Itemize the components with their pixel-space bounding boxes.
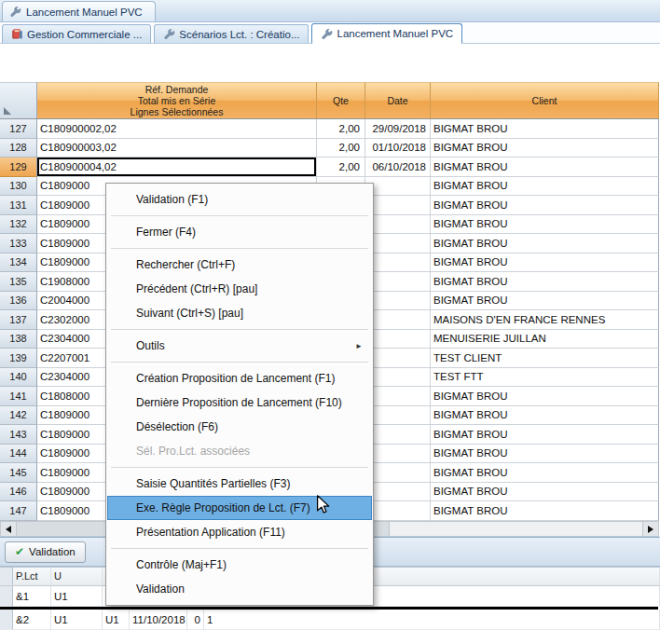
client-cell[interactable]: BIGMAT BROU <box>431 139 659 158</box>
client-cell[interactable]: BIGMAT BROU <box>431 158 659 177</box>
menu-item-saisie-quantites-partielles[interactable]: Saisie Quantités Partielles (F3) <box>107 472 372 496</box>
menu-item-validation[interactable]: Validation <box>107 577 372 601</box>
client-cell[interactable]: BIGMAT BROU <box>431 234 659 253</box>
date-cell[interactable] <box>365 272 431 292</box>
table-row[interactable]: 128 C180900003,02 2,00 01/10/2018 BIGMAT… <box>0 139 659 158</box>
client-cell[interactable]: BIGMAT BROU <box>431 483 659 502</box>
menu-item-presentation-application[interactable]: Présentation Application (F11) <box>107 520 372 544</box>
tab-gestion-commerciale[interactable]: Gestion Commerciale ... <box>2 24 151 43</box>
row-number-cell[interactable]: 131 <box>0 196 37 215</box>
date-cell[interactable] <box>365 406 431 426</box>
client-cell[interactable]: BIGMAT BROU <box>431 119 659 139</box>
date-cell[interactable] <box>365 349 431 368</box>
client-cell[interactable]: BIGMAT BROU <box>431 292 659 311</box>
row-number-cell[interactable]: 136 <box>0 292 37 311</box>
row-number-cell[interactable]: 143 <box>0 425 37 445</box>
client-cell[interactable]: BIGMAT BROU <box>431 387 659 406</box>
client-cell[interactable]: BIGMAT BROU <box>431 177 659 197</box>
table-row[interactable]: 127 C180900002,02 2,00 29/09/2018 BIGMAT… <box>0 119 659 139</box>
scroll-left-button[interactable] <box>1 522 17 536</box>
date-cell[interactable] <box>365 368 431 388</box>
column-header-qte[interactable]: Qte <box>317 82 365 119</box>
date-cell[interactable] <box>365 330 431 349</box>
date-cell[interactable] <box>365 253 431 273</box>
row-number-cell[interactable]: 133 <box>0 234 37 253</box>
menu-item-derniere-proposition[interactable]: Dernière Proposition de Lancement (F10) <box>107 391 372 415</box>
ref-demande-cell[interactable]: C180900003,02 <box>37 139 317 158</box>
row-number-cell[interactable]: 139 <box>0 349 37 368</box>
row-number-cell[interactable]: 138 <box>0 330 37 349</box>
grid-corner-cell[interactable] <box>0 82 37 119</box>
date-cell[interactable]: 29/09/2018 <box>365 119 431 139</box>
client-cell[interactable]: MENUISERIE JUILLAN <box>431 330 659 349</box>
date-cell[interactable] <box>365 483 431 502</box>
tab-scenarios-lct[interactable]: Scénarios Lct. : Créatio... <box>154 24 309 43</box>
client-cell[interactable]: BIGMAT BROU <box>431 501 659 521</box>
date-cell[interactable]: 06/10/2018 <box>365 158 431 177</box>
menu-item-outils[interactable]: Outils ► <box>107 334 372 358</box>
date-cell[interactable] <box>365 292 431 311</box>
menu-item-controle[interactable]: Contrôle (Maj+F1) <box>107 553 372 577</box>
row-number-cell[interactable]: 146 <box>0 483 37 502</box>
row-number-cell[interactable]: 129 <box>0 158 37 177</box>
row-number-cell[interactable]: 135 <box>0 272 37 292</box>
client-cell[interactable]: MAISONS D'EN FRANCE RENNES <box>431 310 659 330</box>
menu-item-fermer[interactable]: Fermer (F4) <box>107 220 372 244</box>
row-number-cell[interactable]: 140 <box>0 368 37 388</box>
date-cell[interactable] <box>365 425 431 445</box>
client-cell[interactable]: BIGMAT BROU <box>431 425 659 445</box>
row-number-cell[interactable]: 145 <box>0 463 37 483</box>
column-header-plct[interactable]: P.Lct <box>13 568 51 585</box>
row-number-cell[interactable]: 137 <box>0 310 37 330</box>
qte-cell[interactable]: 2,00 <box>317 158 365 177</box>
cell[interactable]: 11/10/2018 <box>130 610 187 630</box>
qte-cell[interactable]: 2,00 <box>317 139 365 158</box>
qte-cell[interactable]: 2,00 <box>317 119 365 139</box>
column-header-ref-demande[interactable]: Réf. Demande Total mis en Série Lignes S… <box>37 82 317 119</box>
validation-button[interactable]: ✔ Validation <box>5 541 86 563</box>
cell[interactable]: U1 <box>103 610 130 630</box>
menu-item-validation-f1[interactable]: Validation (F1) <box>107 187 372 212</box>
client-cell[interactable]: BIGMAT BROU <box>431 196 659 215</box>
row-number-cell[interactable]: 144 <box>0 445 37 464</box>
date-cell[interactable]: 01/10/2018 <box>365 139 431 158</box>
row-number-cell[interactable]: 134 <box>0 253 37 273</box>
tab-lancement-manuel-pvc[interactable]: Lancement Manuel PVC <box>311 23 462 44</box>
row-number-cell[interactable]: 147 <box>0 501 37 521</box>
client-cell[interactable]: BIGMAT BROU <box>431 215 659 235</box>
date-cell[interactable] <box>365 445 431 464</box>
date-cell[interactable] <box>365 196 431 215</box>
row-number-cell[interactable]: 128 <box>0 139 37 158</box>
client-cell[interactable]: BIGMAT BROU <box>431 272 659 292</box>
client-cell[interactable]: BIGMAT BROU <box>431 445 659 464</box>
client-cell[interactable]: TEST CLIENT <box>431 349 659 368</box>
date-cell[interactable] <box>365 501 431 521</box>
table-row[interactable]: &2 U1 U1 11/10/2018 0 1 <box>0 610 660 630</box>
cell[interactable]: U1 <box>51 586 103 607</box>
menu-item-creation-proposition[interactable]: Création Proposition de Lancement (F1) <box>107 366 372 391</box>
ref-demande-cell[interactable]: C180900004,02 <box>37 158 317 177</box>
row-number-cell[interactable]: 141 <box>0 387 37 406</box>
date-cell[interactable] <box>365 463 431 483</box>
client-cell[interactable]: BIGMAT BROU <box>431 406 659 426</box>
row-number-cell[interactable]: 130 <box>0 177 37 197</box>
column-header-u[interactable]: U <box>51 568 103 585</box>
cell[interactable]: U1 <box>51 610 103 630</box>
row-number-cell[interactable]: 142 <box>0 406 37 426</box>
date-cell[interactable] <box>365 310 431 330</box>
client-cell[interactable]: BIGMAT BROU <box>431 463 659 483</box>
client-cell[interactable]: TEST FTT <box>431 368 659 388</box>
menu-item-sel-pro-lct-associees[interactable]: Sél. Pro.Lct. associées <box>107 439 372 463</box>
date-cell[interactable] <box>365 387 431 406</box>
plct-cell[interactable]: &1 <box>13 586 51 607</box>
menu-item-precedent[interactable]: Précédent (Ctrl+R) [pau] <box>107 277 372 301</box>
date-cell[interactable] <box>365 215 431 235</box>
cell[interactable]: 1 <box>204 610 660 630</box>
window-tab[interactable]: Lancement Manuel PVC <box>2 1 156 21</box>
cell[interactable]: 0 <box>187 610 204 630</box>
column-header-date[interactable]: Date <box>365 82 431 119</box>
menu-item-suivant[interactable]: Suivant (Ctrl+S) [pau] <box>107 301 372 325</box>
plct-cell[interactable]: &2 <box>13 610 51 630</box>
row-number-cell[interactable]: 132 <box>0 215 37 235</box>
column-header-client[interactable]: Client <box>431 82 659 119</box>
